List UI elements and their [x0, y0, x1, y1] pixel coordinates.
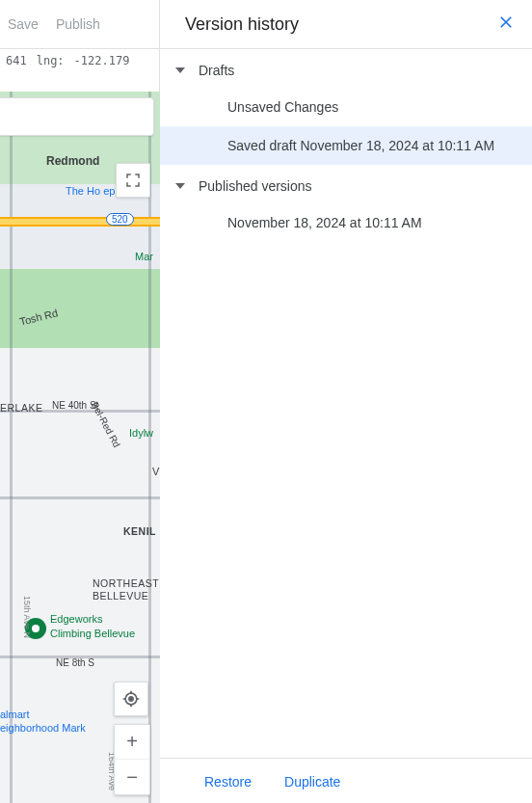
section-toggle-drafts[interactable]: Drafts [160, 49, 532, 88]
fullscreen-icon [124, 172, 142, 189]
my-location-button[interactable] [114, 682, 148, 716]
version-item-saved-draft[interactable]: Saved draft November 18, 2024 at 10:11 A… [160, 126, 532, 165]
fullscreen-button[interactable] [116, 163, 150, 198]
highway-520 [0, 217, 160, 227]
duplicate-button[interactable]: Duplicate [284, 774, 340, 790]
version-history-panel: Version history Drafts Unsaved Changes S… [160, 0, 532, 803]
section-title-published: Published versions [199, 178, 312, 194]
road-label-15th: 15th Ave N [22, 596, 32, 638]
poi-home-depot: The Ho ep [66, 185, 115, 197]
road-stroke [10, 92, 13, 803]
area-label-kenil: KENIL [123, 525, 156, 537]
restore-button[interactable]: Restore [204, 774, 252, 790]
poi-walmart-2: eighborhood Mark [0, 722, 86, 734]
publish-button[interactable]: Publish [56, 16, 100, 32]
zoom-out-button[interactable]: − [115, 760, 149, 794]
zoom-in-button[interactable]: + [115, 725, 149, 760]
park-label-idylw: Idylw [129, 427, 153, 439]
chevron-down-icon [175, 67, 185, 73]
version-item-published[interactable]: November 18, 2024 at 10:11 AM [160, 203, 532, 242]
lng-label: lng: [37, 54, 65, 67]
close-button[interactable] [497, 13, 515, 35]
save-button[interactable]: Save [8, 16, 39, 32]
panel-title: Version history [185, 14, 299, 35]
area-label-erlake: ERLAKE [0, 402, 42, 414]
lng-value: -122.179 [74, 54, 130, 67]
lat-value: 641 [6, 54, 27, 67]
road-label-ne8: NE 8th S [56, 657, 94, 668]
svg-point-1 [129, 697, 133, 701]
poi-edgeworks-2: Climbing Bellevue [50, 628, 135, 639]
section-toggle-published[interactable]: Published versions [160, 165, 532, 203]
road-stroke [0, 496, 160, 499]
crosshair-icon [121, 689, 141, 709]
place-label-redmond: Redmond [46, 154, 99, 168]
close-icon [497, 13, 515, 31]
chevron-down-icon [175, 183, 185, 189]
coordinates-readout: 641 lng: -122.179 [0, 49, 159, 72]
map-canvas[interactable]: 520 Redmond The Ho ep Mar Tosh Rd ERLAKE… [0, 92, 160, 803]
poi-walmart: almart [0, 709, 30, 720]
park-label: Mar [135, 251, 153, 262]
poi-edgeworks: Edgeworks [50, 613, 102, 625]
version-item-unsaved[interactable]: Unsaved Changes [160, 88, 532, 126]
section-title-drafts: Drafts [199, 63, 234, 78]
map-search-input[interactable] [0, 97, 154, 136]
highway-badge-520: 520 [106, 213, 134, 226]
area-label-ne-bellevue: NORTHEAST BELLEVUE [93, 577, 159, 602]
label-v: V [152, 466, 159, 477]
